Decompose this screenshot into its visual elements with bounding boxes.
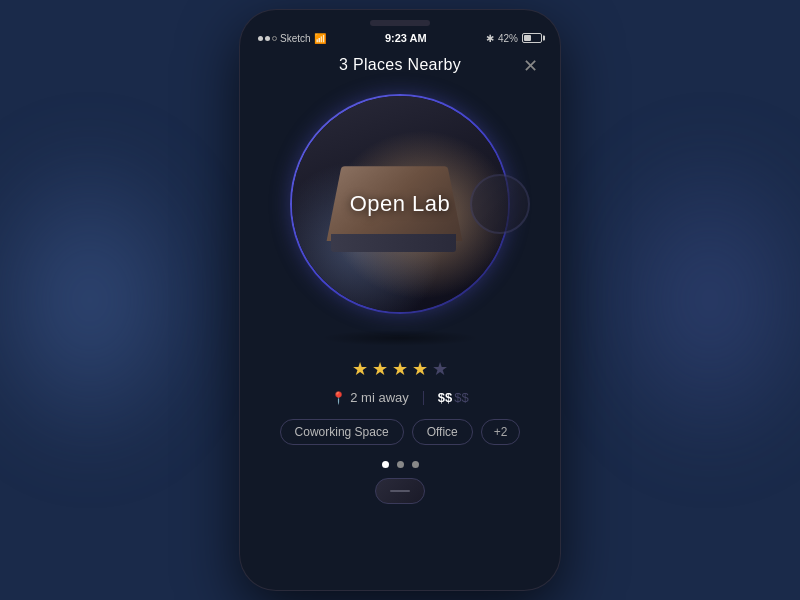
status-left: Sketch 📶 xyxy=(258,33,326,44)
bluetooth-icon: ✱ xyxy=(486,33,494,44)
star-1: ★ xyxy=(352,358,368,380)
location-info: 📍 2 mi away xyxy=(331,390,409,405)
bg-blur-left xyxy=(0,130,220,470)
star-4: ★ xyxy=(412,358,428,380)
tag-coworking[interactable]: Coworking Space xyxy=(280,419,404,445)
card-area: Open Lab ★ ★ ★ ★ ★ 📍 2 mi away $$ $$ xyxy=(240,84,560,590)
battery-fill xyxy=(524,35,531,41)
time-display: 9:23 AM xyxy=(385,32,427,44)
star-3: ★ xyxy=(392,358,408,380)
bottom-handle[interactable] xyxy=(375,478,425,504)
side-card-peek xyxy=(470,174,530,234)
bg-blur-right xyxy=(580,130,800,470)
bottom-area xyxy=(375,478,425,514)
stars-row: ★ ★ ★ ★ ★ xyxy=(352,358,448,380)
place-name: Open Lab xyxy=(350,191,451,217)
status-right: ✱ 42% xyxy=(486,33,542,44)
signal-dots xyxy=(258,36,277,41)
star-5: ★ xyxy=(432,358,448,380)
tag-more[interactable]: +2 xyxy=(481,419,521,445)
screen-header: 3 Places Nearby ✕ xyxy=(240,48,560,84)
price-active: $$ xyxy=(438,390,452,405)
screen-title: 3 Places Nearby xyxy=(339,56,461,74)
place-circle-wrapper[interactable]: Open Lab xyxy=(290,94,510,314)
signal-dot-3 xyxy=(272,36,277,41)
battery-icon xyxy=(522,33,542,43)
handle-line xyxy=(390,490,410,492)
battery-percent: 42% xyxy=(498,33,518,44)
tags-row: Coworking Space Office +2 xyxy=(280,419,521,445)
close-button[interactable]: ✕ xyxy=(518,54,542,78)
carrier-label: Sketch xyxy=(280,33,311,44)
page-dots xyxy=(382,461,419,468)
page-dot-3[interactable] xyxy=(412,461,419,468)
price-info: $$ $$ xyxy=(438,390,469,405)
signal-dot-2 xyxy=(265,36,270,41)
card-shadow xyxy=(320,330,480,346)
info-divider xyxy=(423,391,424,405)
signal-dot-1 xyxy=(258,36,263,41)
info-row: 📍 2 mi away $$ $$ xyxy=(331,390,468,405)
page-dot-1[interactable] xyxy=(382,461,389,468)
phone-frame: Sketch 📶 9:23 AM ✱ 42% 3 Places Nearby ✕… xyxy=(240,10,560,590)
status-bar: Sketch 📶 9:23 AM ✱ 42% xyxy=(240,26,560,48)
star-2: ★ xyxy=(372,358,388,380)
price-faded: $$ xyxy=(454,390,468,405)
distance-label: 2 mi away xyxy=(350,390,409,405)
wifi-icon: 📶 xyxy=(314,33,326,44)
page-dot-2[interactable] xyxy=(397,461,404,468)
pin-icon: 📍 xyxy=(331,391,346,405)
tag-office[interactable]: Office xyxy=(412,419,473,445)
